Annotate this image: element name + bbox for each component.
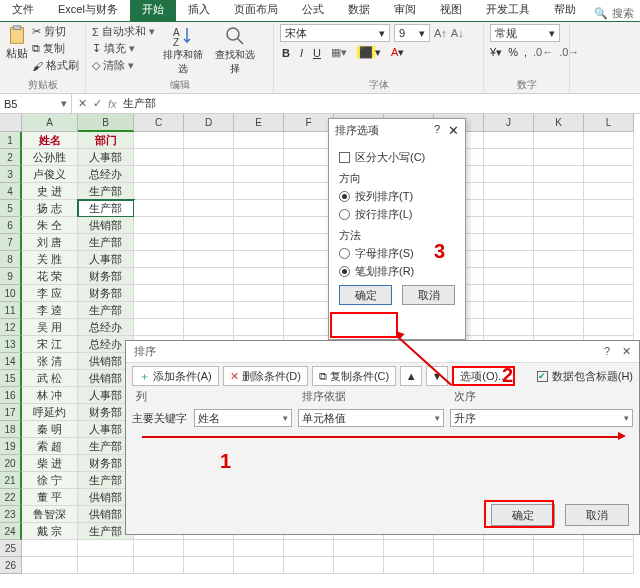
cell[interactable]	[184, 166, 234, 183]
cell[interactable]	[484, 251, 534, 268]
cell[interactable]	[284, 132, 334, 149]
column-header[interactable]: K	[534, 114, 584, 132]
help-icon[interactable]: ?	[604, 345, 610, 358]
cell[interactable]	[134, 557, 184, 574]
row-header[interactable]: 1	[0, 132, 22, 149]
cell[interactable]	[334, 540, 384, 557]
sort-filter-button[interactable]: AZ 排序和筛选	[159, 24, 207, 76]
cell[interactable]: 扬 志	[22, 200, 78, 217]
cell[interactable]: 生产部	[78, 183, 134, 200]
move-up-button[interactable]: ▲	[400, 366, 422, 386]
tab-data[interactable]: 数据	[336, 0, 382, 21]
cell[interactable]	[134, 132, 184, 149]
cell[interactable]	[584, 302, 634, 319]
accept-formula-icon[interactable]: ✓	[93, 97, 102, 110]
clear-button[interactable]: ◇清除▾	[92, 58, 155, 73]
cell[interactable]: 秦 明	[22, 421, 78, 438]
help-icon[interactable]: ?	[434, 123, 440, 138]
cell[interactable]	[534, 132, 584, 149]
cell[interactable]	[284, 268, 334, 285]
cell[interactable]	[184, 302, 234, 319]
cell[interactable]	[234, 183, 284, 200]
percent-icon[interactable]: %	[508, 46, 518, 59]
cell[interactable]	[584, 268, 634, 285]
cell[interactable]: 生产部	[78, 302, 134, 319]
cell[interactable]	[334, 557, 384, 574]
row-header[interactable]: 17	[0, 404, 22, 421]
tab-insert[interactable]: 插入	[176, 0, 222, 21]
cell[interactable]	[384, 540, 434, 557]
cell[interactable]	[584, 149, 634, 166]
cancel-button[interactable]: 取消	[402, 285, 455, 305]
cell[interactable]	[284, 149, 334, 166]
tab-file[interactable]: 文件	[0, 0, 46, 21]
row-header[interactable]: 22	[0, 489, 22, 506]
cell[interactable]	[234, 166, 284, 183]
paste-button[interactable]: 粘贴	[6, 24, 28, 61]
row-header[interactable]: 5	[0, 200, 22, 217]
cell[interactable]	[234, 132, 284, 149]
cell[interactable]	[484, 540, 534, 557]
sort-order-combo[interactable]: 升序▾	[450, 409, 633, 427]
cell[interactable]: 鲁智深	[22, 506, 78, 523]
column-header[interactable]: A	[22, 114, 78, 132]
cell[interactable]: 索 超	[22, 438, 78, 455]
row-header[interactable]: 12	[0, 319, 22, 336]
cell[interactable]	[584, 200, 634, 217]
cell[interactable]	[534, 183, 584, 200]
cell[interactable]	[534, 251, 584, 268]
cell[interactable]	[534, 149, 584, 166]
move-down-button[interactable]: ▼	[426, 366, 448, 386]
cell[interactable]: 林 冲	[22, 387, 78, 404]
row-header[interactable]: 18	[0, 421, 22, 438]
cut-button[interactable]: ✂剪切	[32, 24, 79, 39]
cell[interactable]	[184, 540, 234, 557]
cell[interactable]	[134, 200, 184, 217]
cell[interactable]	[534, 319, 584, 336]
bold-button[interactable]: B	[282, 47, 290, 59]
search-box[interactable]: 🔍 搜索	[594, 6, 640, 21]
border-button[interactable]: ▦▾	[331, 46, 347, 59]
cell[interactable]	[584, 132, 634, 149]
cell[interactable]: 徐 宁	[22, 472, 78, 489]
row-header[interactable]: 14	[0, 353, 22, 370]
ok-button[interactable]: 确定	[339, 285, 392, 305]
cell[interactable]	[134, 234, 184, 251]
comma-icon[interactable]: ,	[524, 46, 527, 59]
cell[interactable]	[184, 200, 234, 217]
cell[interactable]	[484, 217, 534, 234]
delete-level-button[interactable]: ✕删除条件(D)	[223, 366, 308, 386]
fill-color-button[interactable]: ⬛▾	[357, 46, 381, 59]
cell[interactable]	[534, 540, 584, 557]
cell[interactable]	[484, 557, 534, 574]
row-header[interactable]: 10	[0, 285, 22, 302]
cell[interactable]	[584, 166, 634, 183]
cell[interactable]: 姓名	[22, 132, 78, 149]
row-header[interactable]: 11	[0, 302, 22, 319]
cell[interactable]: 卢俊义	[22, 166, 78, 183]
cell[interactable]	[184, 557, 234, 574]
column-header[interactable]: E	[234, 114, 284, 132]
column-header[interactable]: L	[584, 114, 634, 132]
tab-excel-finance[interactable]: Excel与财务	[46, 0, 130, 21]
cell[interactable]	[534, 268, 584, 285]
cell[interactable]: 生产部	[78, 234, 134, 251]
cell[interactable]	[234, 302, 284, 319]
column-header[interactable]: F	[284, 114, 334, 132]
cell[interactable]: 戴 宗	[22, 523, 78, 540]
copy-button[interactable]: ⧉复制	[32, 41, 79, 56]
cell[interactable]	[234, 540, 284, 557]
cell[interactable]	[234, 557, 284, 574]
cell[interactable]	[534, 217, 584, 234]
close-icon[interactable]: ✕	[622, 345, 631, 358]
cell[interactable]	[284, 319, 334, 336]
cell[interactable]	[584, 217, 634, 234]
cell[interactable]: 财务部	[78, 285, 134, 302]
cell[interactable]: 刘 唐	[22, 234, 78, 251]
cell[interactable]	[184, 268, 234, 285]
column-header[interactable]: B	[78, 114, 134, 132]
sort-by-column-radio[interactable]: 按列排序(T)	[339, 189, 455, 204]
cell[interactable]: 总经办	[78, 166, 134, 183]
row-header[interactable]: 15	[0, 370, 22, 387]
cell[interactable]	[134, 268, 184, 285]
